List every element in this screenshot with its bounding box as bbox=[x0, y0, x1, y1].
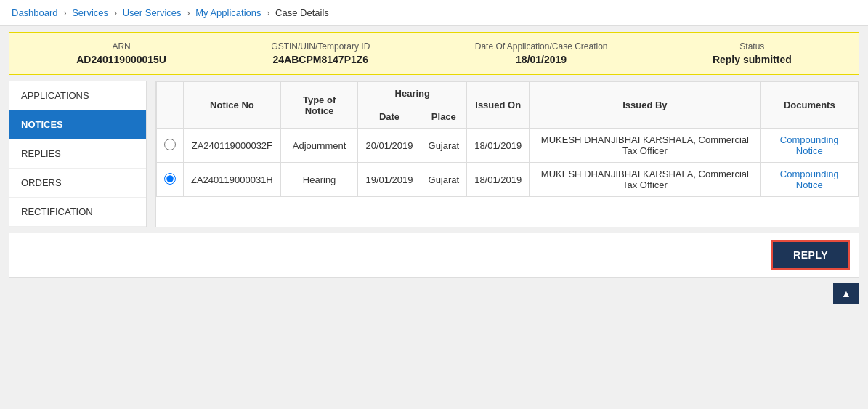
arn-value: AD240119000015U bbox=[76, 54, 166, 65]
arn-label: ARN bbox=[76, 41, 166, 52]
gstin-label: GSTIN/UIN/Temporary ID bbox=[271, 41, 370, 52]
row1-hearing-place: Gujarat bbox=[421, 129, 467, 163]
date-value: 18/01/2019 bbox=[475, 54, 608, 65]
sidebar-item-rectification[interactable]: RECTIFICATION bbox=[9, 198, 146, 227]
table-row: ZA240119000032F Adjournment 20/01/2019 G… bbox=[157, 129, 859, 163]
arn-field: ARN AD240119000015U bbox=[76, 41, 166, 65]
status-field: Status Reply submitted bbox=[713, 41, 792, 65]
status-value: Reply submitted bbox=[713, 54, 792, 65]
row2-document-link[interactable]: Compounding Notice bbox=[760, 163, 858, 197]
row1-radio[interactable] bbox=[164, 139, 176, 150]
scroll-top-button[interactable]: ▲ bbox=[833, 283, 859, 304]
breadcrumb-my-applications[interactable]: My Applications bbox=[195, 7, 261, 18]
sidebar-item-notices[interactable]: NOTICES bbox=[9, 110, 146, 139]
breadcrumb: Dashboard › Services › User Services › M… bbox=[0, 0, 868, 26]
header-bar: ARN AD240119000015U GSTIN/UIN/Temporary … bbox=[9, 32, 859, 75]
table-row: ZA240119000031H Hearing 19/01/2019 Gujar… bbox=[157, 163, 859, 197]
row2-issued-on: 18/01/2019 bbox=[467, 163, 530, 197]
status-label: Status bbox=[713, 41, 792, 52]
row2-notice-no: ZA240119000031H bbox=[184, 163, 281, 197]
row2-radio[interactable] bbox=[164, 173, 176, 185]
row2-radio-cell[interactable] bbox=[157, 163, 184, 197]
col-hearing-date: Date bbox=[358, 105, 421, 129]
reply-button[interactable]: REPLY bbox=[771, 240, 850, 270]
row1-notice-no: ZA240119000032F bbox=[184, 129, 281, 163]
col-documents: Documents bbox=[760, 82, 858, 129]
col-radio bbox=[157, 82, 184, 129]
row2-hearing-date: 19/01/2019 bbox=[358, 163, 421, 197]
row1-radio-cell[interactable] bbox=[157, 129, 184, 163]
notices-table: Notice No Type of Notice Hearing Issued … bbox=[156, 81, 859, 197]
row2-issued-by: MUKESH DHANJIBHAI KARSHALA, Commercial T… bbox=[530, 163, 760, 197]
date-label: Date Of Application/Case Creation bbox=[475, 41, 608, 52]
gstin-value: 24ABCPM8147P1Z6 bbox=[271, 54, 370, 65]
col-hearing-place: Place bbox=[421, 105, 467, 129]
bottom-bar: REPLY bbox=[9, 233, 859, 278]
col-issued-by: Issued By bbox=[530, 82, 760, 129]
breadcrumb-dashboard[interactable]: Dashboard bbox=[12, 7, 58, 18]
main-content: APPLICATIONS NOTICES REPLIES ORDERS RECT… bbox=[9, 81, 859, 227]
col-issued-on: Issued On bbox=[467, 82, 530, 129]
sidebar-item-orders[interactable]: ORDERS bbox=[9, 169, 146, 198]
row1-issued-on: 18/01/2019 bbox=[467, 129, 530, 163]
row2-hearing-place: Gujarat bbox=[421, 163, 467, 197]
breadcrumb-current: Case Details bbox=[275, 7, 329, 18]
col-type: Type of Notice bbox=[280, 82, 358, 129]
sidebar: APPLICATIONS NOTICES REPLIES ORDERS RECT… bbox=[9, 81, 147, 227]
date-field: Date Of Application/Case Creation 18/01/… bbox=[475, 41, 608, 65]
col-hearing: Hearing bbox=[358, 82, 467, 105]
row1-issued-by: MUKESH DHANJIBHAI KARSHALA, Commercial T… bbox=[530, 129, 760, 163]
gstin-field: GSTIN/UIN/Temporary ID 24ABCPM8147P1Z6 bbox=[271, 41, 370, 65]
row1-document-link[interactable]: Compounding Notice bbox=[760, 129, 858, 163]
breadcrumb-user-services[interactable]: User Services bbox=[123, 7, 182, 18]
sidebar-item-applications[interactable]: APPLICATIONS bbox=[9, 81, 146, 110]
row2-type: Hearing bbox=[280, 163, 358, 197]
sidebar-item-replies[interactable]: REPLIES bbox=[9, 139, 146, 169]
scroll-top-area: ▲ bbox=[9, 283, 859, 304]
notices-table-area: Notice No Type of Notice Hearing Issued … bbox=[155, 81, 859, 227]
breadcrumb-services[interactable]: Services bbox=[72, 7, 108, 18]
row1-hearing-date: 20/01/2019 bbox=[358, 129, 421, 163]
col-notice-no: Notice No bbox=[184, 82, 281, 129]
row1-type: Adjournment bbox=[280, 129, 358, 163]
